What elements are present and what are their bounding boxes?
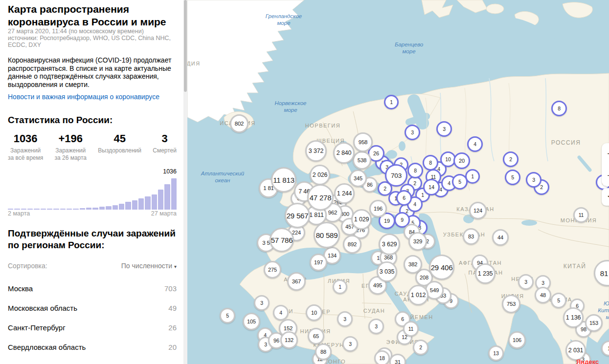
yandex-logo[interactable]: Яндекс xyxy=(576,358,599,364)
map-marker-world[interactable]: 65 xyxy=(308,328,324,344)
chart-bar xyxy=(113,205,118,210)
map-marker-world[interactable]: 153 xyxy=(585,314,603,332)
map-marker-russia[interactable]: 8 xyxy=(551,101,567,116)
island-arctic-1 xyxy=(486,4,504,14)
map-marker-russia[interactable]: 1 xyxy=(384,95,399,109)
map-marker-world[interactable]: 13 xyxy=(488,345,504,361)
plus-icon: + xyxy=(607,149,609,160)
map-marker-russia[interactable]: 20 xyxy=(453,152,470,169)
map-marker-world[interactable]: 3 372 xyxy=(305,140,327,162)
chart-bar xyxy=(14,209,20,210)
map-marker-world[interactable]: 3 xyxy=(337,311,353,327)
sources-line: источники: Роспотребнадзор, WHO, US CDC,… xyxy=(8,35,177,48)
map-marker-russia[interactable]: 6 xyxy=(396,190,412,206)
map-marker-world[interactable]: 11 xyxy=(403,321,419,337)
sort-dropdown[interactable]: По численности ▾ xyxy=(121,262,177,270)
map-marker-world[interactable]: 44 xyxy=(492,229,509,246)
map-marker-world[interactable]: 11 xyxy=(573,207,589,223)
map-marker-world[interactable]: 802 xyxy=(230,114,248,133)
map-marker-russia[interactable]: 3 xyxy=(526,172,541,188)
stats-row: 1036 Зараженийза всё время +196 Заражени… xyxy=(8,133,177,162)
region-row-spb[interactable]: Санкт-Петербург 26 xyxy=(8,318,177,337)
map-marker-world[interactable]: 3 629 xyxy=(379,234,400,255)
map-marker-russia[interactable]: 3 xyxy=(436,121,452,137)
map-marker-world[interactable]: 538 xyxy=(353,151,371,170)
chart-bar xyxy=(60,209,66,210)
chart-bar xyxy=(164,184,170,210)
map-marker-russia[interactable]: 2 xyxy=(503,151,519,167)
map-marker-world[interactable]: 88 xyxy=(315,343,332,360)
map-marker-russia[interactable]: 703 xyxy=(385,164,407,187)
zoom-in-button[interactable]: + xyxy=(602,143,609,165)
map-marker-world[interactable]: 2 xyxy=(413,340,429,355)
map-marker-world[interactable]: 18 xyxy=(374,350,390,364)
map-marker-world[interactable]: 1 012 xyxy=(408,285,429,305)
chart-bar xyxy=(86,208,91,210)
map-marker-world[interactable]: 3 xyxy=(342,336,358,352)
news-link[interactable]: Новости и важная информация о коронавиру… xyxy=(8,93,177,101)
map-marker-world[interactable]: 1 136 xyxy=(563,307,584,328)
map-marker-world[interactable]: 345 xyxy=(349,170,367,187)
stat-infected-daily: +196 Зараженийза 26 марта xyxy=(54,133,87,162)
map-marker-russia[interactable]: 5 xyxy=(452,174,468,190)
map-marker-world[interactable]: 48 xyxy=(535,287,551,303)
map-marker-russia[interactable]: 8 xyxy=(423,155,438,171)
stat-value: 3 xyxy=(153,133,177,145)
map-marker-world[interactable]: 275 xyxy=(264,261,281,278)
map-marker-world[interactable]: 105 xyxy=(243,313,260,330)
map-marker-world[interactable]: 1 244 xyxy=(334,183,355,204)
minus-icon: − xyxy=(607,170,609,181)
map-marker-world[interactable]: 1 029 xyxy=(351,209,372,230)
map-marker-world[interactable]: 382 xyxy=(404,255,422,274)
map-marker-world[interactable]: 57 786 xyxy=(270,228,294,252)
map-marker-russia[interactable]: 4 xyxy=(467,136,483,152)
map-marker-world[interactable]: 3 xyxy=(368,319,384,334)
map-marker-russia[interactable]: 14 xyxy=(423,179,440,195)
map-marker-world[interactable]: 3 xyxy=(254,295,270,311)
region-row-moscow-oblast[interactable]: Московская область 49 xyxy=(8,298,177,318)
region-name: Свердловская область xyxy=(8,343,86,351)
geolocation-icon: ➤ xyxy=(606,192,609,202)
map-marker-world[interactable]: 367 xyxy=(287,272,306,291)
map-marker-world[interactable]: 3 035 xyxy=(377,261,397,282)
map-marker-world[interactable]: 106 xyxy=(508,331,526,349)
map-marker-world[interactable]: 132 xyxy=(280,331,298,349)
map-marker-world[interactable]: 11 813 xyxy=(271,167,296,193)
map-marker-world[interactable]: 4 xyxy=(273,305,289,321)
geolocation-button[interactable]: ➤ xyxy=(602,188,609,206)
chart-bar xyxy=(138,198,144,210)
map-marker-world[interactable]: 10 xyxy=(306,304,322,321)
map-marker-world[interactable]: 5 xyxy=(551,293,566,308)
map-marker-world[interactable]: 1 xyxy=(333,279,347,294)
chart-start-date: 2 марта xyxy=(8,210,30,217)
map-marker-russia[interactable]: 5 xyxy=(505,170,520,185)
map-marker-russia[interactable]: 8 xyxy=(407,163,423,178)
map-marker-world[interactable]: 753 xyxy=(502,295,520,313)
map-marker-world[interactable]: 80 589 xyxy=(314,222,340,248)
map-marker-world[interactable]: 892 xyxy=(343,235,361,254)
map-marker-world[interactable]: 124 xyxy=(469,202,487,219)
stat-value: +196 xyxy=(54,133,87,145)
map-marker-world[interactable]: 83 xyxy=(463,228,479,245)
map-marker-world[interactable]: 29 406 xyxy=(429,255,454,280)
map-marker-world[interactable]: 196 xyxy=(369,200,387,217)
map-marker-world[interactable]: 5 xyxy=(220,308,235,323)
zoom-out-button[interactable]: − xyxy=(602,165,609,186)
chart-bar xyxy=(145,196,150,210)
map-marker-world[interactable]: 2 026 xyxy=(310,165,330,185)
map-marker-world[interactable]: 958 xyxy=(353,132,373,152)
region-row-moscow[interactable]: Москва 703 xyxy=(8,278,177,298)
region-name: Санкт-Петербург xyxy=(8,323,66,332)
map-marker-world[interactable]: 329 xyxy=(408,232,427,251)
chart-bar xyxy=(106,206,111,210)
map-marker-world[interactable]: 3 xyxy=(518,274,534,290)
map-marker-world[interactable]: 2 031 xyxy=(565,340,586,361)
map-marker-world[interactable]: 1 235 xyxy=(475,263,496,284)
map-marker-world[interactable]: 47 278 xyxy=(307,184,334,211)
region-row-sverdlovsk[interactable]: Свердловская область 20 xyxy=(8,337,177,357)
map-marker-world[interactable]: 29 567 xyxy=(285,203,310,228)
scrollbar-thumb[interactable] xyxy=(184,0,187,92)
map-marker-world[interactable]: 197 xyxy=(310,254,327,271)
map-marker-world[interactable]: 2 840 xyxy=(333,142,355,164)
map-marker-russia[interactable]: 3 xyxy=(405,125,420,140)
